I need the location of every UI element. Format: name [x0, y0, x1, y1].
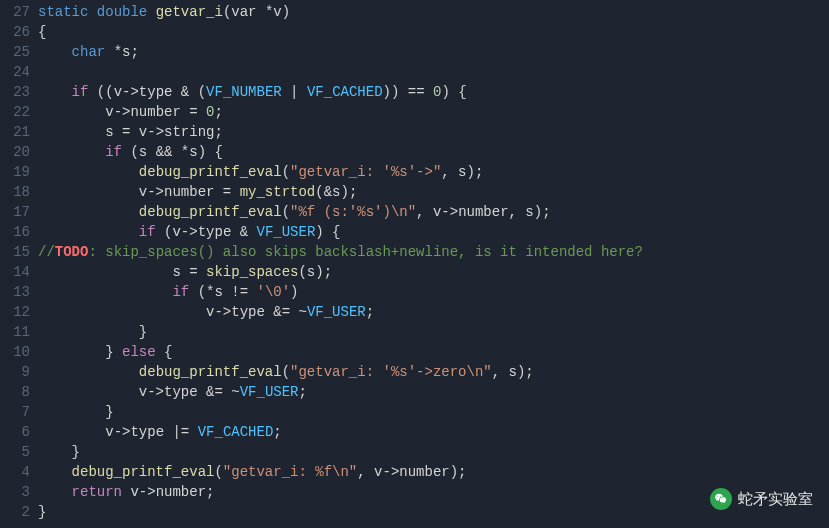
code-token: type: [130, 424, 172, 440]
code-token: , v: [357, 464, 382, 480]
code-token: debug_printf_eval: [72, 464, 215, 480]
code-token: [198, 104, 206, 120]
code-line[interactable]: char *s;: [38, 42, 829, 62]
code-token: if: [105, 144, 122, 160]
line-number: 11: [0, 322, 30, 342]
code-token: ->: [114, 104, 131, 120]
code-token: [198, 264, 206, 280]
code-token: ->: [139, 484, 156, 500]
code-token: VF_USER: [307, 304, 366, 320]
code-token: number;: [156, 484, 215, 500]
line-number: 6: [0, 422, 30, 442]
code-line[interactable]: debug_printf_eval("getvar_i: '%s'->zero\…: [38, 362, 829, 382]
line-number: 10: [0, 342, 30, 362]
code-line[interactable]: } else {: [38, 342, 829, 362]
code-line[interactable]: [38, 62, 829, 82]
code-token: [38, 364, 139, 380]
watermark-text: 蛇矛实验室: [738, 489, 813, 509]
code-token: ;: [214, 104, 222, 120]
line-number: 24: [0, 62, 30, 82]
code-line[interactable]: if (s && *s) {: [38, 142, 829, 162]
code-token: "%f (s:'%s')\n": [290, 204, 416, 220]
code-line[interactable]: s = skip_spaces(s);: [38, 262, 829, 282]
code-line[interactable]: if ((v->type & (VF_NUMBER | VF_CACHED)) …: [38, 82, 829, 102]
code-token: [282, 84, 290, 100]
line-number-gutter: 2726252423222120191817161514131211109876…: [0, 2, 38, 522]
code-token: [223, 384, 231, 400]
line-number: 12: [0, 302, 30, 322]
code-token: type: [164, 384, 206, 400]
code-token: my_strtod: [240, 184, 316, 200]
code-token: '\0': [256, 284, 290, 300]
code-token: VF_CACHED: [307, 84, 383, 100]
code-token: else: [122, 344, 156, 360]
line-number: 2: [0, 502, 30, 522]
code-token: v: [38, 304, 214, 320]
wechat-icon: [710, 488, 732, 510]
code-line[interactable]: }: [38, 322, 829, 342]
code-token: (: [282, 204, 290, 220]
code-line[interactable]: debug_printf_eval("%f (s:'%s')\n", v->nu…: [38, 202, 829, 222]
code-line[interactable]: debug_printf_eval("getvar_i: '%s'->", s)…: [38, 162, 829, 182]
code-token: &: [240, 224, 248, 240]
code-line[interactable]: {: [38, 22, 829, 42]
code-token: &&: [156, 144, 173, 160]
line-number: 18: [0, 182, 30, 202]
line-number: 3: [0, 482, 30, 502]
code-token: v: [38, 104, 114, 120]
code-token: &: [324, 184, 332, 200]
code-token: if: [72, 84, 89, 100]
code-token: [231, 184, 239, 200]
code-line[interactable]: v->type |= VF_CACHED;: [38, 422, 829, 442]
code-token: [38, 164, 139, 180]
code-line[interactable]: if (v->type & VF_USER) {: [38, 222, 829, 242]
code-area[interactable]: static double getvar_i(var *v){ char *s;…: [38, 2, 829, 522]
code-token: ) {: [315, 224, 340, 240]
code-token: {: [38, 24, 46, 40]
code-token: , s);: [492, 364, 534, 380]
code-token: }: [38, 344, 122, 360]
code-token: [38, 44, 72, 60]
code-token: number, s);: [458, 204, 550, 220]
code-token: if: [139, 224, 156, 240]
code-line[interactable]: debug_printf_eval("getvar_i: %f\n", v->n…: [38, 462, 829, 482]
code-line[interactable]: static double getvar_i(var *v): [38, 2, 829, 22]
watermark: 蛇矛实验室: [710, 488, 813, 510]
code-token: (s);: [298, 264, 332, 280]
code-line[interactable]: v->type &= ~VF_USER;: [38, 302, 829, 322]
code-token: ->: [147, 184, 164, 200]
code-token: double: [97, 4, 147, 20]
code-token: VF_NUMBER: [206, 84, 282, 100]
code-token: s) {: [189, 144, 223, 160]
code-token: s: [38, 264, 189, 280]
code-token: [425, 84, 433, 100]
code-editor[interactable]: 2726252423222120191817161514131211109876…: [0, 0, 829, 522]
code-token: ->: [214, 304, 231, 320]
code-line[interactable]: }: [38, 442, 829, 462]
code-line[interactable]: //TODO: skip_spaces() also skips backsla…: [38, 242, 829, 262]
code-token: )): [383, 84, 408, 100]
code-token: ;: [298, 384, 306, 400]
line-number: 23: [0, 82, 30, 102]
code-token: ->: [147, 124, 164, 140]
line-number: 26: [0, 22, 30, 42]
line-number: 7: [0, 402, 30, 422]
line-number: 5: [0, 442, 30, 462]
code-line[interactable]: v->number = my_strtod(&s);: [38, 182, 829, 202]
line-number: 19: [0, 162, 30, 182]
code-token: [147, 4, 155, 20]
code-token: ->: [114, 424, 131, 440]
code-token: debug_printf_eval: [139, 204, 282, 220]
line-number: 27: [0, 2, 30, 22]
code-line[interactable]: v->number = 0;: [38, 102, 829, 122]
code-line[interactable]: }: [38, 402, 829, 422]
code-token: TODO: [55, 244, 89, 260]
code-token: number: [130, 104, 189, 120]
line-number: 22: [0, 102, 30, 122]
code-line[interactable]: if (*s != '\0'): [38, 282, 829, 302]
code-token: s;: [122, 44, 139, 60]
code-line[interactable]: v->type &= ~VF_USER;: [38, 382, 829, 402]
line-number: 9: [0, 362, 30, 382]
code-token: =: [189, 264, 197, 280]
code-line[interactable]: s = v->string;: [38, 122, 829, 142]
